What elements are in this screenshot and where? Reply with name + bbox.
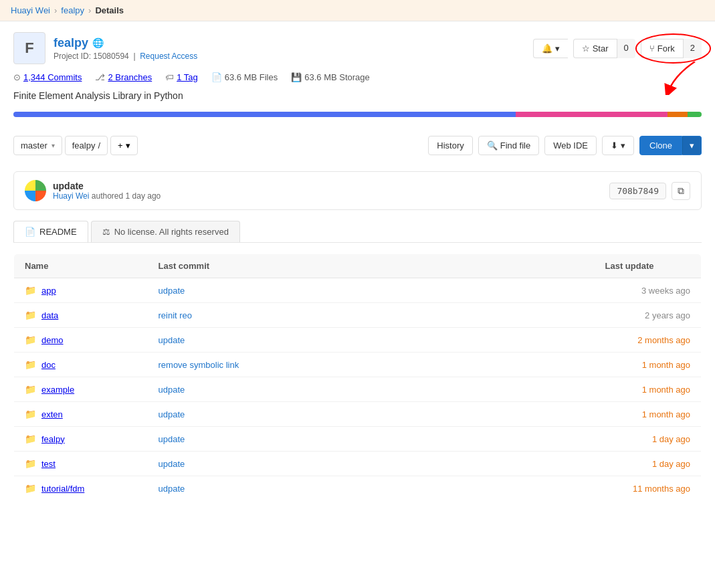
storage-label: 63.6 MB Storage [304,72,370,82]
col-header-name: Name [14,254,148,278]
table-row: 📁 test update 1 day ago [14,452,702,476]
file-link[interactable]: tutorial/fdm [41,484,84,494]
toolbar-right: History 🔍 Find file Web IDE ⬇ ▾ Clone ▾ [428,136,702,155]
file-link[interactable]: data [41,310,58,320]
breadcrumb-current: Details [95,5,124,15]
table-row: 📁 exten udpate 1 month ago [14,402,702,427]
commit-link[interactable]: update [159,434,185,444]
clone-group: Clone ▾ [639,136,702,155]
file-link[interactable]: demo [41,335,64,345]
table-row: 📁 doc remove symbolic link 1 month ago [14,353,702,377]
file-time-cell: 1 day ago [595,452,702,476]
commit-authored-text: authored [92,191,126,201]
star-label: Star [593,43,609,54]
download-group: ⬇ ▾ [602,136,634,155]
table-row: 📁 tutorial/fdm udpate 11 months ago [14,476,702,501]
file-name-cell: 📁 doc [14,353,148,377]
commit-link[interactable]: udpate [159,286,185,296]
repo-name-text[interactable]: fealpy [54,36,88,50]
repo-actions: 🔔 ▾ ☆ Star 0 ⑂ Fork 2 [533,39,702,58]
chevron-add-icon: ▾ [126,140,130,151]
file-link[interactable]: example [41,385,74,395]
web-ide-button[interactable]: Web IDE [544,136,597,155]
star-group: ☆ Star 0 [573,39,635,58]
commit-link[interactable]: udpate [159,385,185,395]
star-button[interactable]: ☆ Star [573,39,617,58]
file-commit-cell: udpate [148,402,595,427]
folder-icon: 📁 [25,458,36,469]
file-link[interactable]: doc [41,360,56,370]
lang-bar [13,112,702,117]
globe-icon: 🌐 [92,37,104,48]
add-button[interactable]: + ▾ [110,136,138,155]
file-name-cell: 📁 test [14,452,148,476]
clone-button[interactable]: Clone [639,136,682,155]
commit-link[interactable]: reinit reo [159,310,193,320]
tags-link[interactable]: 1 Tag [177,72,198,82]
readme-icon: 📄 [25,227,35,237]
file-name-cell: 📁 exten [14,402,148,427]
commit-link[interactable]: udpate [159,484,185,494]
clone-caret-button[interactable]: ▾ [682,136,702,155]
fork-label: Fork [657,43,675,54]
commit-link[interactable]: update [159,459,185,469]
fork-count: 2 [683,39,702,58]
request-access-link[interactable]: Request Access [140,52,197,61]
commit-hash: 708b7849 [609,183,666,199]
license-tab[interactable]: ⚖ No license. All rights reserved [91,221,240,242]
file-link[interactable]: fealpy [41,434,65,444]
notification-button[interactable]: 🔔 ▾ [533,39,568,58]
star-icon: ☆ [582,43,590,54]
readme-tab[interactable]: 📄 README [13,221,88,242]
stat-commits: ⊙ 1,344 Commits [13,72,82,82]
col-header-update: Last update [595,254,702,278]
file-link[interactable]: test [41,459,56,469]
commit-avatar [25,180,46,201]
commit-author-link[interactable]: Huayi Wei [53,191,89,201]
commit-time: 1 day ago [126,191,161,201]
branch-select[interactable]: master ▾ [13,136,62,155]
file-commit-cell: remove symbolic link [148,353,595,377]
commit-link[interactable]: remove symbolic link [159,360,239,370]
fork-button[interactable]: ⑂ Fork [641,39,683,58]
copy-hash-button[interactable]: ⧉ [672,182,690,200]
table-row: 📁 fealpy update 1 day ago [14,427,702,452]
table-row: 📁 data reinit reo 2 years ago [14,303,702,328]
folder-icon: 📁 [25,433,36,444]
download-icon: ⬇ [611,140,618,151]
chevron-down-icon: ▾ [52,142,55,149]
commits-link[interactable]: 1,344 Commits [23,72,82,82]
download-button[interactable]: ⬇ ▾ [602,136,634,155]
repo-meta: Project ID: 15080594 | Request Access [54,52,197,61]
folder-icon: 📁 [25,285,36,296]
file-name-cell: 📁 demo [14,328,148,353]
branch-name: master [21,140,47,151]
notification-group: 🔔 ▾ [533,39,568,58]
readme-label: README [39,227,77,237]
file-time-cell: 1 month ago [595,402,702,427]
table-row: 📁 app udpate 3 weeks ago [14,278,702,303]
commits-icon: ⊙ [13,72,21,82]
tags-icon: 🏷 [165,72,174,82]
stat-files: 📄 63.6 MB Files [211,72,278,82]
stat-branches: ⎇ 2 Branches [95,72,152,82]
file-link[interactable]: exten [41,409,63,419]
commit-section: update Huayi Wei authored 1 day ago 708b… [13,171,702,210]
file-link[interactable]: app [41,286,56,296]
breadcrumb-link-repo[interactable]: fealpy [61,5,84,15]
breadcrumb-link-user[interactable]: Huayi Wei [11,5,50,15]
file-name-cell: 📁 data [14,303,148,328]
commit-link[interactable]: update [159,335,185,345]
path-sep: / [98,140,100,151]
history-button[interactable]: History [428,136,472,155]
license-icon: ⚖ [102,227,110,237]
file-commit-cell: update [148,452,595,476]
search-icon: 🔍 [487,140,498,151]
commit-sub: Huayi Wei authored 1 day ago [53,191,161,201]
commit-link[interactable]: udpate [159,409,185,419]
repo-avatar: F [13,32,45,64]
stat-tags: 🏷 1 Tag [165,72,198,82]
branches-link[interactable]: 2 Branches [108,72,152,82]
file-commit-cell: reinit reo [148,303,595,328]
find-file-button[interactable]: 🔍 Find file [478,136,540,155]
